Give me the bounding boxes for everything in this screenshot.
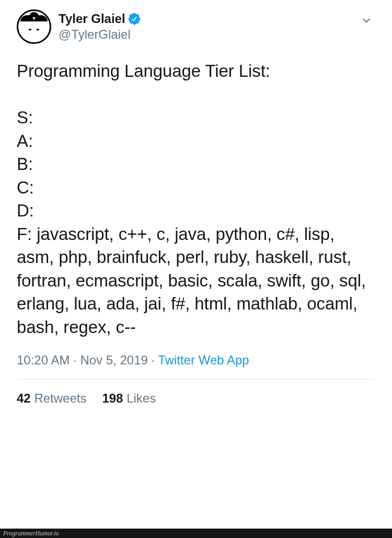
tweet-header: Tyler Glaiel @TylerGlaiel: [17, 9, 375, 44]
retweets-label: Retweets: [34, 391, 86, 405]
tweet-source[interactable]: Twitter Web App: [158, 353, 249, 367]
chevron-down-icon[interactable]: [360, 14, 373, 29]
verified-badge-icon: [128, 12, 141, 26]
tweet-container: Tyler Glaiel @TylerGlaiel Programming La…: [0, 0, 392, 417]
likes-stat[interactable]: 198 Likes: [102, 391, 156, 406]
tweet-stats: 42 Retweets 198 Likes: [17, 380, 375, 417]
likes-count: 198: [102, 391, 123, 405]
retweets-count: 42: [17, 391, 31, 405]
tweet-text: Programming Language Tier List: S: A: B:…: [17, 60, 375, 339]
timestamp[interactable]: 10:20 AM · Nov 5, 2019: [17, 353, 148, 367]
likes-label: Likes: [126, 391, 156, 405]
avatar[interactable]: [17, 9, 51, 44]
avatar-image: [18, 11, 50, 42]
display-name-row: Tyler Glaiel: [59, 12, 141, 26]
meta-separator: ·: [152, 353, 158, 367]
tweet-meta: 10:20 AM · Nov 5, 2019 · Twitter Web App: [17, 353, 375, 368]
author-names: Tyler Glaiel @TylerGlaiel: [59, 9, 141, 42]
display-name[interactable]: Tyler Glaiel: [59, 12, 125, 26]
watermark: ProgrammerHumor.io: [0, 529, 392, 538]
user-handle[interactable]: @TylerGlaiel: [59, 27, 141, 42]
retweets-stat[interactable]: 42 Retweets: [17, 391, 86, 406]
